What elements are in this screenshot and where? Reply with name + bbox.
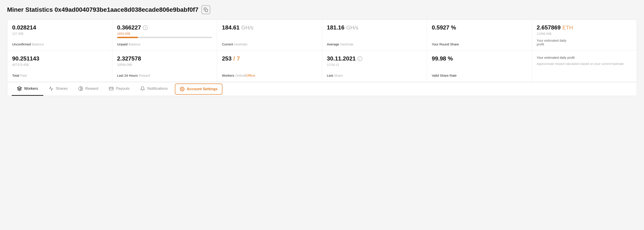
tab-account-settings-label: Account Settings	[187, 87, 218, 91]
last-share-time: 12:54:13	[327, 63, 422, 66]
average-hashrate-label: Average Hashrate	[327, 42, 422, 46]
average-hashrate-cell: 181.16 GH/s Average Hashrate	[322, 20, 427, 51]
unpaid-balance-label: Unpaid Balance	[117, 42, 212, 46]
last24h-sub: 10506.09$	[117, 63, 212, 66]
layers-icon	[17, 86, 22, 91]
tab-account-settings[interactable]: Account Settings	[175, 83, 223, 95]
tab-workers[interactable]: Workers	[12, 82, 43, 96]
workers-label: Workers Online/Offline	[222, 74, 317, 77]
last24h-reward-cell: 2.327578 10506.09$ Last 24 Hours Reward	[112, 51, 217, 82]
current-hashrate-label: Current Hashrate	[222, 42, 317, 46]
chart-icon	[49, 86, 54, 91]
gear-icon	[180, 87, 184, 91]
total-paid-sub: 407370.45$	[12, 63, 107, 66]
unpaid-progress-fill	[117, 37, 138, 38]
last24h-value: 2.327578	[117, 55, 212, 62]
circle-split-icon	[78, 86, 83, 91]
bottom-nav: Workers Shares Reward	[7, 82, 637, 96]
tab-reward-label: Reward	[85, 86, 98, 91]
wallet-icon	[109, 86, 114, 91]
last-share-info-icon[interactable]: i	[358, 56, 362, 61]
eth-sub: 11996.94$	[537, 32, 632, 36]
workers-value: 253/7	[222, 55, 317, 62]
last-share-value: 30.11.2021 i	[327, 55, 422, 62]
tab-notifications[interactable]: Notifications	[135, 82, 173, 96]
unpaid-progress-bar	[117, 37, 212, 38]
average-hashrate-value: 181.16 GH/s	[327, 24, 422, 31]
estimated-profit-title: Your estimated daily profit	[537, 55, 632, 60]
bell-icon	[140, 86, 145, 91]
total-paid-label: Total Paid	[12, 74, 107, 77]
last-share-cell: 30.11.2021 i 12:54:13 Last Share	[322, 51, 427, 82]
unpaid-balance-cell: 0.366227 i 1653.05$ Unpaid Balance	[112, 20, 217, 51]
daily-profit-cell: 2.657869 ETH 11996.94$ Your estimated da…	[532, 20, 637, 51]
tab-payouts[interactable]: Payouts	[104, 82, 135, 96]
tab-shares[interactable]: Shares	[43, 82, 73, 96]
tab-workers-label: Workers	[24, 86, 38, 91]
svg-rect-4	[109, 87, 113, 90]
total-paid-cell: 90.251143 407370.45$ Total Paid	[7, 51, 112, 82]
round-share-value: 0.5927 %	[432, 24, 527, 31]
stats-row-2: 90.251143 407370.45$ Total Paid 2.327578…	[7, 51, 637, 82]
tab-reward[interactable]: Reward	[73, 82, 104, 96]
valid-share-rate-label: Valid Share Rate	[432, 74, 527, 77]
last-share-label: Last Share	[327, 74, 422, 77]
tab-payouts-label: Payouts	[116, 86, 129, 91]
last24h-label: Last 24 Hours Reward	[117, 74, 212, 77]
current-hashrate-cell: 184.61 GH/s Current Hashrate	[217, 20, 322, 51]
stats-row-1: 0.028214 127.35$ Unconfirmed Balance 0.3…	[7, 20, 637, 51]
eth-value: 2.657869 ETH	[537, 24, 632, 31]
estimated-profit-desc: Approximate reward calculation based on …	[537, 62, 632, 66]
svg-rect-0	[206, 9, 208, 12]
round-share-label: Your Round Share	[432, 42, 527, 46]
total-paid-value: 90.251143	[12, 55, 107, 62]
svg-marker-1	[18, 87, 22, 89]
current-hashrate-value: 184.61 GH/s	[222, 24, 317, 31]
estimated-desc-cell: Your estimated daily profit Approximate …	[532, 51, 637, 82]
unpaid-balance-value: 0.366227 i	[117, 24, 212, 31]
unconfirmed-balance-cell: 0.028214 127.35$ Unconfirmed Balance	[7, 20, 112, 51]
page-title: Miner Statistics 0x49ad0040793be1aace8d0…	[7, 6, 198, 13]
unconfirmed-balance-label: Unconfirmed Balance	[12, 42, 107, 46]
round-share-cell: 0.5927 % Your Round Share	[427, 20, 532, 51]
valid-share-rate-cell: 99.98 % Valid Share Rate	[427, 51, 532, 82]
tab-shares-label: Shares	[56, 86, 68, 91]
daily-profit-label: Your estimated dailyprofit	[537, 39, 632, 46]
stats-card: 0.028214 127.35$ Unconfirmed Balance 0.3…	[7, 20, 637, 96]
unconfirmed-balance-sub: 127.35$	[12, 32, 107, 36]
copy-address-button[interactable]	[202, 5, 210, 14]
unpaid-balance-sub: 1653.05$	[117, 32, 212, 36]
valid-share-rate-value: 99.98 %	[432, 55, 527, 62]
tab-notifications-label: Notifications	[147, 86, 168, 91]
unconfirmed-balance-value: 0.028214	[12, 24, 107, 31]
unpaid-info-icon[interactable]: i	[143, 25, 148, 30]
svg-point-5	[182, 88, 183, 90]
page-header: Miner Statistics 0x49ad0040793be1aace8d0…	[7, 5, 637, 14]
workers-cell: 253/7 Workers Online/Offline	[217, 51, 322, 82]
